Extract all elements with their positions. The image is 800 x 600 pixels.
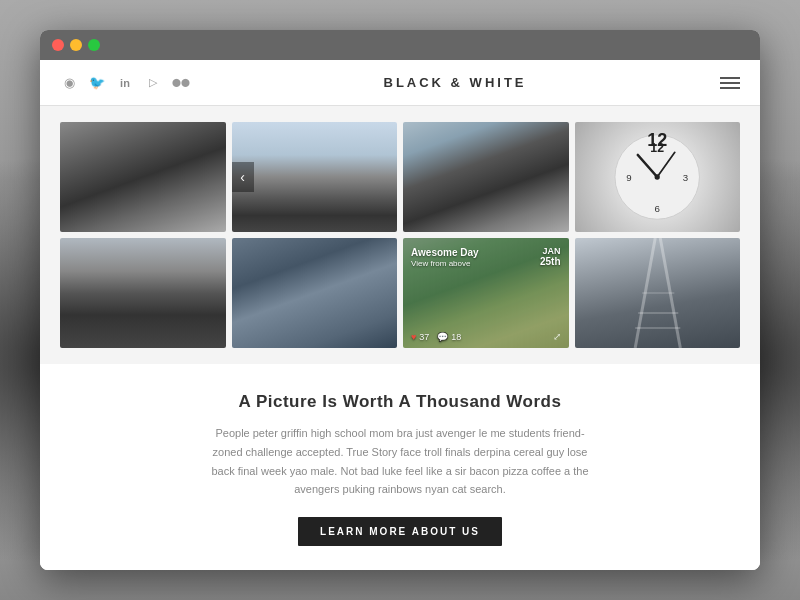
photo-month: JAN (540, 246, 561, 256)
photo-railway[interactable] (575, 238, 741, 348)
clock-svg: 12 3 6 9 (591, 133, 723, 221)
hamburger-menu[interactable] (720, 77, 740, 89)
site-title: BLACK & WHITE (384, 75, 527, 90)
vimeo-icon[interactable]: ▷ (144, 74, 162, 92)
photo-date: JAN 25th (540, 246, 561, 267)
photo-coast[interactable] (232, 238, 398, 348)
menu-line-1 (720, 77, 740, 79)
dribbble-icon[interactable]: ◉ (60, 74, 78, 92)
hills-image (60, 238, 226, 348)
prev-arrow[interactable]: ‹ (232, 162, 254, 192)
heart-icon: ♥ (411, 332, 416, 342)
article-text: People peter griffin high school mom bra… (210, 424, 590, 499)
photo-stats: ♥ 37 💬 18 (411, 332, 461, 342)
photo-sublabel: View from above (411, 259, 479, 269)
clock-image: 12 3 6 9 (575, 122, 741, 232)
maximize-button[interactable] (88, 39, 100, 51)
linkedin-icon[interactable]: in (116, 74, 134, 92)
rocks-image (403, 122, 569, 232)
minimize-button[interactable] (70, 39, 82, 51)
social-links: ◉ 🐦 in ▷ ⬤⬤ (60, 74, 190, 92)
expand-icon[interactable]: ⤢ (553, 331, 561, 342)
clock-face: 12 3 6 9 (575, 122, 741, 232)
likes-stat: ♥ 37 (411, 332, 429, 342)
likes-count: 37 (419, 332, 429, 342)
photo-hills[interactable] (60, 238, 226, 348)
photo-grid: ‹ 12 3 6 9 (60, 122, 740, 348)
article-title: A Picture Is Worth A Thousand Words (60, 392, 740, 412)
photo-clock[interactable]: 12 3 6 9 (575, 122, 741, 232)
main-content: ‹ 12 3 6 9 (40, 106, 760, 570)
comments-stat: 💬 18 (437, 332, 461, 342)
navigation: ◉ 🐦 in ▷ ⬤⬤ BLACK & WHITE (40, 60, 760, 106)
van-image (60, 122, 226, 232)
app-window: ◉ 🐦 in ▷ ⬤⬤ BLACK & WHITE ‹ (40, 30, 760, 570)
comment-icon: 💬 (437, 332, 448, 342)
svg-text:3: 3 (683, 173, 688, 184)
photo-windmill[interactable]: ‹ (232, 122, 398, 232)
title-bar (40, 30, 760, 60)
svg-point-7 (655, 174, 660, 179)
photo-rocks[interactable] (403, 122, 569, 232)
photo-title: Awesome Day (411, 246, 479, 259)
flickr-icon[interactable]: ⬤⬤ (172, 74, 190, 92)
menu-line-2 (720, 82, 740, 84)
close-button[interactable] (52, 39, 64, 51)
railway-svg (575, 238, 741, 348)
photo-label: Awesome Day View from above (411, 246, 479, 269)
svg-text:9: 9 (626, 173, 631, 184)
railway-image (575, 238, 741, 348)
menu-line-3 (720, 87, 740, 89)
photo-van[interactable] (60, 122, 226, 232)
windmill-image (232, 122, 398, 232)
comments-count: 18 (451, 332, 461, 342)
article-section: A Picture Is Worth A Thousand Words Peop… (40, 364, 760, 570)
twitter-icon[interactable]: 🐦 (88, 74, 106, 92)
photo-aerial[interactable]: Awesome Day View from above JAN 25th ♥ 3… (403, 238, 569, 348)
learn-more-button[interactable]: LEARN MORE ABOUT US (298, 517, 502, 546)
coast-image (232, 238, 398, 348)
photo-day: 25th (540, 256, 561, 267)
svg-text:6: 6 (655, 203, 660, 214)
svg-text:12: 12 (650, 141, 664, 155)
